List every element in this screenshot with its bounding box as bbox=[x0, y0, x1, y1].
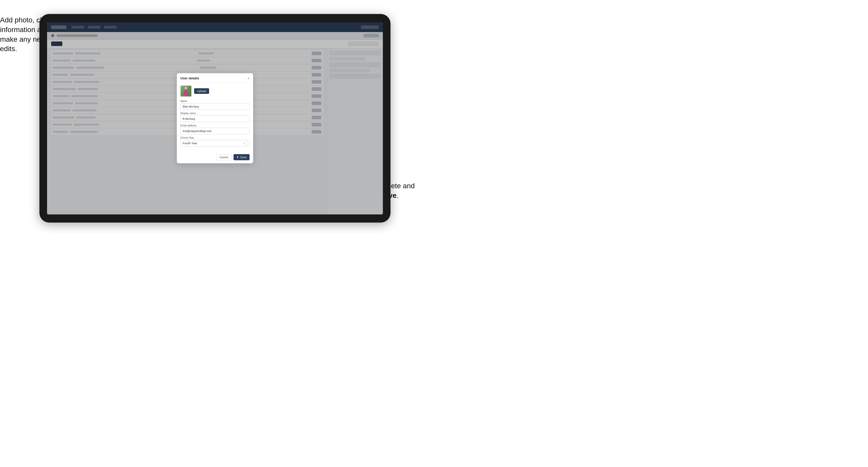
select-arrow-icon[interactable]: ⌃⌄ bbox=[246, 141, 248, 146]
email-label: Email address bbox=[180, 124, 250, 127]
modal-overlay: User details × bbox=[47, 22, 383, 214]
school-year-select-wrapper: × ⌃⌄ bbox=[180, 140, 250, 147]
upload-button[interactable]: Upload bbox=[194, 88, 209, 94]
select-icons: × ⌃⌄ bbox=[244, 141, 248, 146]
avatar-head bbox=[185, 87, 187, 89]
email-field-group: Email address bbox=[180, 124, 250, 134]
photo-upload-row: Upload bbox=[180, 86, 250, 97]
photo-thumbnail bbox=[180, 86, 192, 97]
name-input[interactable] bbox=[180, 103, 250, 110]
select-clear-icon[interactable]: × bbox=[244, 142, 245, 145]
tablet-device: User details × bbox=[39, 14, 391, 223]
user-details-modal: User details × bbox=[177, 73, 253, 163]
display-name-field-group: Display name bbox=[180, 112, 250, 122]
school-year-input[interactable] bbox=[180, 140, 250, 147]
school-year-field-group: School Year × ⌃⌄ bbox=[180, 136, 250, 147]
save-label: Save bbox=[240, 156, 247, 159]
modal-header: User details × bbox=[177, 73, 253, 83]
photo-image bbox=[181, 86, 191, 96]
name-label: Name bbox=[180, 100, 250, 102]
email-input[interactable] bbox=[180, 128, 250, 134]
app-background: User details × bbox=[47, 22, 383, 214]
name-field-group: Name bbox=[180, 100, 250, 110]
save-icon: ⬆ bbox=[237, 156, 239, 159]
modal-body: Upload Name Display name bbox=[177, 83, 253, 152]
modal-title: User details bbox=[180, 76, 199, 80]
modal-footer: Cancel ⬆ Save bbox=[177, 152, 253, 163]
save-button[interactable]: ⬆ Save bbox=[234, 154, 250, 160]
display-name-input[interactable] bbox=[180, 116, 250, 122]
modal-close-button[interactable]: × bbox=[248, 76, 250, 80]
display-name-label: Display name bbox=[180, 112, 250, 115]
school-year-label: School Year bbox=[180, 136, 250, 139]
annotation-right-punct: . bbox=[397, 191, 399, 199]
cancel-button[interactable]: Cancel bbox=[216, 154, 231, 160]
tablet-screen: User details × bbox=[47, 22, 383, 214]
avatar-body bbox=[184, 90, 188, 95]
